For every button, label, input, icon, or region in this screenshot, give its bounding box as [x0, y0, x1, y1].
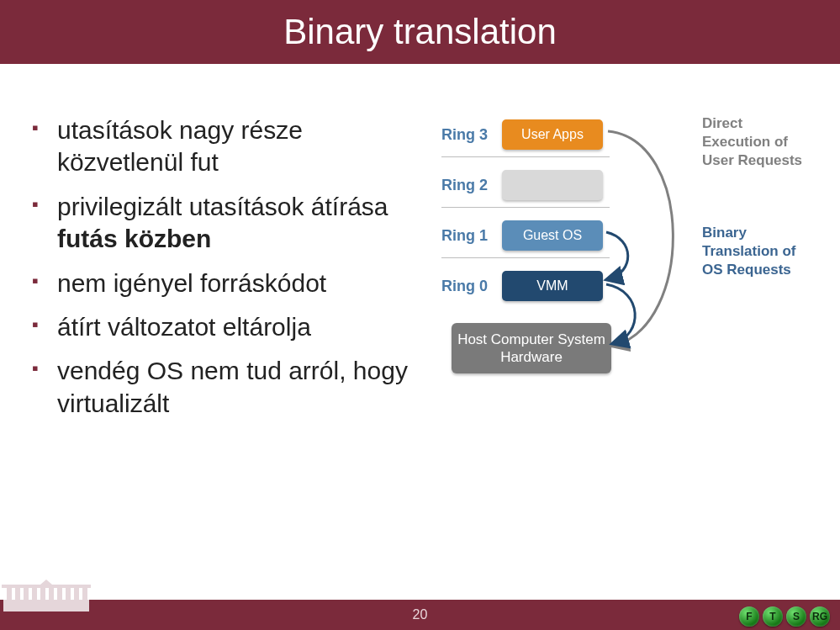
page-number: 20: [413, 607, 428, 622]
svg-rect-11: [82, 588, 87, 600]
footer-logos: F T S RG: [739, 606, 830, 627]
title-bar: Binary translation: [0, 0, 840, 64]
svg-rect-1: [3, 600, 89, 611]
host-hardware-box: Host Computer System Hardware: [452, 323, 611, 373]
slide-title: Binary translation: [283, 12, 557, 52]
bullet-item: átírt változatot eltárolja: [32, 311, 425, 343]
ring-row-3: Ring 3 User Apps: [441, 114, 603, 155]
svg-rect-8: [57, 588, 62, 600]
bullet-item: nem igényel forráskódot: [32, 267, 425, 299]
bullet-item: privilegizált utasítások átírása futás k…: [32, 191, 425, 256]
svg-rect-12: [2, 585, 91, 588]
ring-row-2: Ring 2: [441, 165, 603, 205]
vmm-box: VMM: [502, 271, 603, 301]
footer-bar: 20 F T S RG: [0, 600, 840, 630]
guest-os-box: Guest OS: [502, 220, 603, 251]
bullet-bold: futás közben: [57, 225, 211, 252]
bullet-text: privilegizált utasítások átírása: [57, 193, 388, 220]
svg-rect-0: [0, 610, 92, 630]
ring-diagram: Ring 3 User Apps Ring 2 Ring 1 Guest OS …: [425, 114, 828, 417]
logo-badge-icon: S: [786, 606, 806, 627]
svg-rect-9: [66, 588, 71, 600]
divider: [441, 257, 610, 258]
ring-label: Ring 3: [441, 126, 502, 144]
ring-label: Ring 0: [441, 278, 502, 295]
ring-row-1: Ring 1 Guest OS: [441, 215, 603, 256]
divider: [441, 207, 610, 208]
svg-rect-10: [74, 588, 79, 600]
divider: [441, 156, 610, 157]
bullet-item: utasítások nagy része közvetlenül fut: [32, 114, 425, 179]
bullet-item: vendég OS nem tud arról, hogy virtualizá…: [32, 355, 425, 420]
logo-badge-icon: RG: [810, 606, 830, 627]
svg-rect-4: [24, 588, 29, 600]
bullet-list: utasítások nagy része közvetlenül fut pr…: [8, 114, 425, 431]
bullet-text: vendég OS nem tud arról, hogy virtualizá…: [57, 357, 408, 416]
logo-badge-icon: T: [763, 606, 783, 627]
logo-badge-icon: F: [739, 606, 759, 627]
arrow-guest-to-vmm: [606, 232, 628, 279]
empty-ring-box: [502, 170, 603, 200]
svg-rect-3: [15, 588, 20, 600]
svg-rect-2: [7, 588, 12, 600]
slide-content: utasítások nagy része közvetlenül fut pr…: [0, 64, 840, 431]
slide: Binary translation utasítások nagy része…: [0, 0, 840, 630]
ring-label: Ring 2: [441, 177, 502, 194]
bullet-text: nem igényel forráskódot: [57, 269, 326, 297]
arrow-direct-exec: [608, 131, 673, 346]
direct-execution-label: Direct Execution of User Requests: [702, 114, 811, 170]
svg-rect-5: [32, 588, 37, 600]
ring-row-0: Ring 0 VMM: [441, 266, 603, 306]
building-logo-icon: [0, 580, 92, 630]
svg-marker-13: [40, 580, 52, 585]
bullet-text: utasítások nagy része közvetlenül fut: [57, 116, 303, 176]
ring-label: Ring 1: [441, 227, 502, 245]
binary-translation-label: Binary Translation of OS Requests: [702, 224, 811, 279]
svg-rect-7: [49, 588, 54, 600]
bullet-text: átírt változatot eltárolja: [57, 313, 311, 341]
user-apps-box: User Apps: [502, 119, 603, 150]
svg-rect-6: [40, 588, 45, 600]
